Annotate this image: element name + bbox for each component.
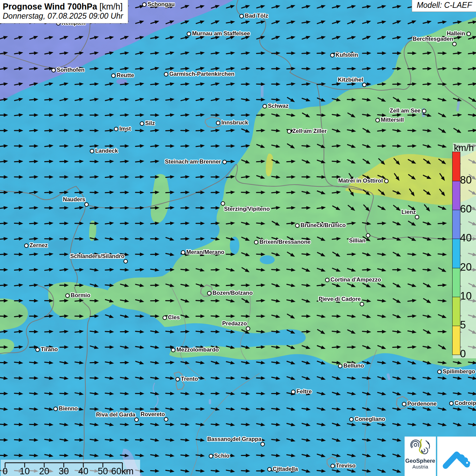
weather-app-icon-box (437, 437, 476, 476)
title-unit: [km/h] (100, 2, 123, 11)
scalebar-label: 0 (2, 466, 7, 476)
legend-tick-label: 0 (460, 348, 466, 360)
legend-panel: km/h 806040201050 (453, 143, 476, 358)
weather-map-stage: SchongauBad TölzKemptenMurnau am Staffel… (0, 0, 476, 476)
legend-tick-label: 80 (460, 174, 472, 186)
scalebar-label: 60km (111, 466, 134, 476)
scalebar-label: 30 (58, 466, 69, 476)
scalebar: 0102030405060km (1, 460, 140, 476)
legend-tick-label: 20 (460, 261, 472, 273)
geosphere-icon (410, 438, 430, 457)
legend-colorbar (452, 152, 460, 355)
geosphere-name: GeoSphere (405, 458, 436, 464)
legend-tick-label: 5 (460, 319, 466, 331)
datetime-label: Donnerstag, 07.08.2025 09:00 Uhr (3, 12, 123, 21)
scalebar-label: 50 (98, 466, 108, 476)
legend-tick-label: 10 (460, 290, 472, 302)
legend-segment (453, 239, 460, 268)
scalebar-label: 10 (19, 466, 30, 476)
model-label: Modell: C-LAEF (412, 0, 476, 12)
scalebar-label: 40 (78, 466, 88, 476)
legend-tick-label: 40 (460, 232, 472, 244)
geosphere-logo: GeoSphere Austria (405, 437, 436, 476)
legend-segment (453, 152, 460, 181)
legend-segment (453, 297, 460, 326)
legend-segment (453, 268, 460, 297)
scalebar-label: 20 (39, 466, 49, 476)
legend-segment (453, 326, 460, 355)
title-box: Prognose Wind 700hPa [km/h] Donnerstag, … (0, 0, 128, 23)
map-canvas (0, 0, 476, 476)
legend-tick-label: 60 (460, 203, 472, 215)
mountain-cloud-icon (440, 440, 473, 473)
legend-segment (453, 181, 460, 210)
page-title: Prognose Wind 700hPa (3, 2, 97, 11)
legend-segment (453, 210, 460, 239)
geosphere-country: Austria (405, 464, 436, 470)
scalebar-labels: 0102030405060km (1, 460, 140, 476)
relief-texture (0, 0, 476, 476)
